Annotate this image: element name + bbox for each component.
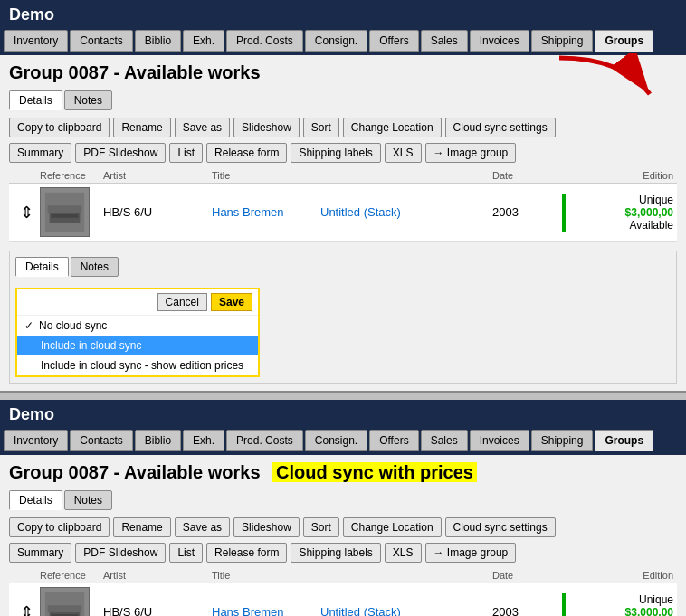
date-2: 2003 [492,605,565,616]
app-title-2: Demo [9,405,54,423]
date-1: 2003 [492,205,565,219]
panel2-tabs-row: Details Notes [9,490,677,510]
btn-xls-1[interactable]: XLS [385,143,422,163]
btn-save-as-2[interactable]: Save as [175,517,230,537]
panel-2: Group 0087 - Available works Cloud sync … [0,455,686,616]
btn-image-group-2[interactable]: → Image group [425,543,517,563]
dropdown-option-include-sync-prices[interactable]: Include in cloud sync - show edition pri… [17,355,258,375]
edition-label-1: Unique [565,194,673,206]
btn-shipping-labels-1[interactable]: Shipping labels [291,143,380,163]
btn-release-form-2[interactable]: Release form [206,543,287,563]
nav-tab-groups-2[interactable]: Groups [595,430,653,451]
nav-tab-contacts-2[interactable]: Contacts [70,430,132,451]
table-row-2: ⇕ HB/S 6/U Hans Bremen Untitled (Stack) … [9,583,677,616]
edition-status-1: Available [565,219,673,232]
nav-tab-invoices[interactable]: Invoices [470,30,529,52]
btn-sort-1[interactable]: Sort [303,118,339,137]
sort-handle-2[interactable]: ⇕ [13,602,40,617]
artist-2[interactable]: Hans Bremen [212,605,320,616]
panel2-toolbar1: Copy to clipboard Rename Save as Slidesh… [9,517,677,537]
btn-change-location-1[interactable]: Change Location [343,118,442,137]
btn-list-2[interactable]: List [169,543,203,563]
edition-cell-1: Unique $3,000,00 Available [565,194,673,232]
artwork-title-2[interactable]: Untitled (Stack) [320,605,492,616]
nav-tab-contacts[interactable]: Contacts [70,30,132,52]
btn-sort-2[interactable]: Sort [303,517,339,537]
btn-cloud-sync-settings-2[interactable]: Cloud sync settings [445,517,556,537]
col-artist-1: Artist [103,170,212,181]
btn-save-as-1[interactable]: Save as [175,118,230,137]
btn-slideshow-1[interactable]: Slideshow [233,118,300,137]
nav-tab-biblio[interactable]: Biblio [135,30,181,52]
dropdown-option-no-sync[interactable]: No cloud sync [17,316,258,336]
panel1b-tabs-row: Details Notes [15,257,671,277]
svg-rect-5 [52,214,79,218]
btn-summary-2[interactable]: Summary [9,543,71,563]
table-row-1: ⇕ HB/S 6/U Hans Bremen Untitled (Stack) … [9,184,677,242]
btn-image-group-1[interactable]: → Image group [425,143,517,163]
nav-tab-prodcosts[interactable]: Prod. Costs [226,30,303,52]
nav-tab-offers-2[interactable]: Offers [369,430,418,451]
nav-tab-sales[interactable]: Sales [421,30,468,52]
col-edition-2: Edition [565,570,673,581]
app-header-2: Demo [0,400,686,430]
table-header-1: Reference Artist Title Date Edition [9,168,677,184]
nav-tab-shipping[interactable]: Shipping [531,30,594,52]
btn-change-location-2[interactable]: Change Location [343,517,442,537]
nav-tab-prodcosts-2[interactable]: Prod. Costs [226,430,303,451]
nav-tab-groups[interactable]: Groups [595,30,653,52]
btn-release-form-1[interactable]: Release form [206,143,287,163]
panel-1: Group 0087 - Available works Details Not… [0,55,686,393]
table-header-2: Reference Artist Title Date Edition [9,568,677,583]
reference-1: HB/S 6/U [103,205,212,219]
btn-list-1[interactable]: List [169,143,203,163]
nav-tab-biblio-2[interactable]: Biblio [135,430,181,451]
col-title-1: Title [212,170,320,181]
btn-summary-1[interactable]: Summary [9,143,71,163]
panel2-title: Group 0087 - Available works Cloud sync … [9,462,677,483]
btn-slideshow-2[interactable]: Slideshow [233,517,300,537]
btn-pdf-slideshow-2[interactable]: PDF Slideshow [75,543,166,563]
dropdown-save-btn[interactable]: Save [211,293,252,311]
nav-tab-exh-2[interactable]: Exh. [183,430,224,451]
col-title-2: Title [212,570,320,581]
artist-1[interactable]: Hans Bremen [212,205,320,219]
btn-cloud-sync-settings-1[interactable]: Cloud sync settings [445,118,556,137]
nav-bar-1: Inventory Contacts Biblio Exh. Prod. Cos… [0,30,686,55]
nav-tab-consign[interactable]: Consign. [305,30,367,52]
panel2-tab-notes[interactable]: Notes [64,490,112,510]
col-date-2: Date [492,570,565,581]
btn-pdf-slideshow-1[interactable]: PDF Slideshow [75,143,166,163]
panel1b-tab-notes[interactable]: Notes [71,257,119,277]
nav-tab-inventory[interactable]: Inventory [4,30,68,52]
btn-copy-to-clipboard-1[interactable]: Copy to clipboard [9,118,110,137]
dropdown-cancel-btn[interactable]: Cancel [157,293,207,311]
nav-tab-offers[interactable]: Offers [369,30,418,52]
panel2-toolbar2: Summary PDF Slideshow List Release form … [9,543,677,563]
panel1b-tab-details[interactable]: Details [15,257,69,277]
nav-tab-inventory-2[interactable]: Inventory [4,430,68,451]
thumb-cell-2 [40,587,103,616]
btn-shipping-labels-2[interactable]: Shipping labels [291,543,380,563]
panel1-tab-notes[interactable]: Notes [64,90,112,110]
sort-handle-1[interactable]: ⇕ [13,203,40,223]
nav-tab-sales-2[interactable]: Sales [421,430,468,451]
nav-tab-shipping-2[interactable]: Shipping [531,430,594,451]
thumb-cell-1 [40,187,103,237]
app-title-1: Demo [9,5,54,24]
panel1-tab-details[interactable]: Details [9,90,62,110]
btn-copy-to-clipboard-2[interactable]: Copy to clipboard [9,517,110,537]
nav-tab-exh[interactable]: Exh. [183,30,224,52]
btn-rename-1[interactable]: Rename [113,118,170,137]
panel2-title-highlight: Cloud sync with prices [272,462,477,482]
edition-price-2: $3,000,00 [565,606,673,617]
nav-tab-consign-2[interactable]: Consign. [305,430,367,451]
panel2-tab-details[interactable]: Details [9,490,62,510]
nav-bar-2: Inventory Contacts Biblio Exh. Prod. Cos… [0,430,686,455]
dropdown-option-include-sync[interactable]: Include in cloud sync [17,336,258,355]
btn-rename-2[interactable]: Rename [113,517,170,537]
nav-tab-invoices-2[interactable]: Invoices [470,430,529,451]
artwork-title-1[interactable]: Untitled (Stack) [320,205,492,219]
btn-xls-2[interactable]: XLS [385,543,422,563]
cloud-sync-dropdown: Cancel Save No cloud sync Include in clo… [15,284,260,377]
